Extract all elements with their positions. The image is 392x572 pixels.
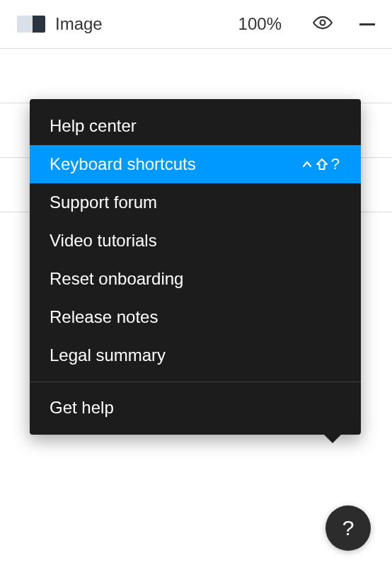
bg-section-1 — [0, 49, 392, 103]
menu-item-label: Video tutorials — [50, 231, 157, 251]
menu-item-label: Reset onboarding — [50, 269, 183, 289]
svg-point-0 — [321, 21, 325, 25]
menu-item-support-forum[interactable]: Support forum — [30, 183, 361, 222]
help-fab-button[interactable]: ? — [325, 505, 371, 551]
menu-item-label: Get help — [50, 398, 114, 418]
collapse-dash-icon[interactable] — [359, 23, 375, 25]
help-question-icon: ? — [342, 516, 354, 540]
menu-item-video-tutorials[interactable]: Video tutorials — [30, 222, 361, 260]
layer-opacity-label: 100% — [238, 14, 282, 34]
menu-item-keyboard-shortcuts[interactable]: Keyboard shortcuts ? — [30, 145, 361, 183]
menu-item-release-notes[interactable]: Release notes — [30, 298, 361, 336]
menu-item-label: Legal summary — [50, 345, 166, 365]
menu-item-label: Support forum — [50, 193, 157, 212]
help-popup-menu: Help center Keyboard shortcuts ? Support — [30, 99, 361, 435]
menu-item-label: Help center — [50, 116, 137, 136]
shift-key-icon — [316, 158, 328, 171]
visibility-eye-icon[interactable] — [313, 13, 350, 35]
layer-row[interactable]: Image 100% — [0, 0, 392, 48]
layer-thumbnail — [17, 16, 45, 33]
menu-item-label: Keyboard shortcuts — [50, 154, 196, 174]
control-key-icon — [301, 159, 313, 170]
menu-item-help-center[interactable]: Help center — [30, 99, 361, 145]
menu-item-legal-summary[interactable]: Legal summary — [30, 336, 361, 374]
question-key-icon: ? — [331, 155, 341, 173]
popup-arrow-icon — [323, 433, 342, 443]
layer-name-label: Image — [55, 14, 229, 34]
menu-item-reset-onboarding[interactable]: Reset onboarding — [30, 260, 361, 298]
menu-item-get-help[interactable]: Get help — [30, 382, 361, 435]
menu-item-label: Release notes — [50, 307, 158, 327]
menu-item-shortcut: ? — [301, 155, 341, 173]
